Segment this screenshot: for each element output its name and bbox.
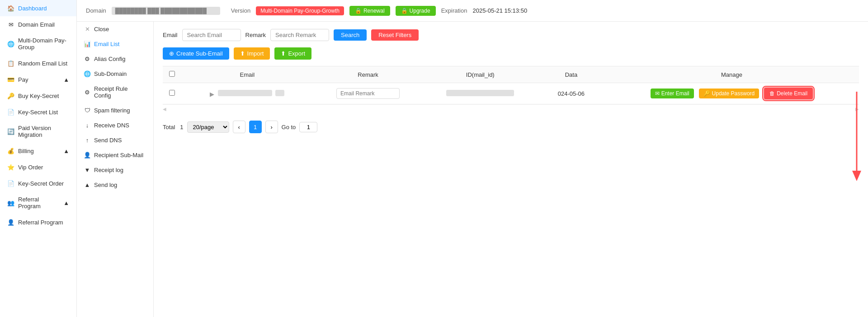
row-data-cell: 024-05-06 <box>538 83 604 104</box>
sidebar-label-billing: Billing <box>18 148 34 154</box>
sidenav-label-spam-filtering: Spam filtering <box>94 107 130 114</box>
create-sub-email-button[interactable]: ⊕ Create Sub-Email <box>163 47 229 60</box>
sidebar-label-vip-order: Vip Order <box>18 164 43 171</box>
expiration-value: 2025-05-21 15:13:50 <box>472 7 527 14</box>
sidebar-item-domain-email[interactable]: ✉ Domain Email <box>0 16 76 33</box>
export-button[interactable]: ⬆ Export <box>274 47 311 60</box>
sidenav-label-close: Close <box>94 26 109 33</box>
upgrade-button[interactable]: 🔒 Upgrade <box>396 6 436 16</box>
sidebar-item-referral-program[interactable]: 👥 Referral Program ▲ <box>0 191 76 214</box>
search-button[interactable]: Search <box>334 29 367 41</box>
sidenav-label-receipt-rule: Receipt Rule Config <box>94 85 146 99</box>
sidebar-label-key-secret-order: Key-Secret Order <box>18 180 64 187</box>
sidenav-receive-dns[interactable]: ↓ Receive DNS <box>77 118 153 133</box>
sidebar-item-random-email[interactable]: 📋 Random Email List <box>0 55 76 71</box>
next-page-button[interactable]: › <box>265 121 278 133</box>
enter-email-button[interactable]: ✉ Enter Email <box>651 89 694 98</box>
sidebar-item-buy-key[interactable]: 🔑 Buy Key-Secret <box>0 88 76 104</box>
delete-email-button[interactable]: 🗑 Delete Email <box>764 88 813 99</box>
sidebar-item-billing[interactable]: 💰 Billing ▲ <box>0 143 76 159</box>
dashboard-icon: 🏠 <box>7 5 14 12</box>
sidenav-label-receipt-log: Receipt log <box>94 167 123 173</box>
page-1-button[interactable]: 1 <box>249 121 262 133</box>
sidebar-label-multi-domain: Multi-Domain Pay-Group <box>18 37 69 51</box>
sidenav-recipient-sub-mail[interactable]: 👤 Recipient Sub-Mail <box>77 148 153 163</box>
sidenav-receipt-rule[interactable]: ⚙ Receipt Rule Config <box>77 81 153 103</box>
sidebar-label-dashboard: Dashboard <box>18 5 47 12</box>
select-all-checkbox[interactable] <box>169 71 175 77</box>
sidenav-close[interactable]: ✕ Close <box>77 22 153 37</box>
chevron-up-icon-referral: ▲ <box>63 200 69 206</box>
sidenav-label-send-dns: Send DNS <box>94 137 122 144</box>
filter-bar: Email Remark Search Reset Filters <box>163 29 859 41</box>
sidenav-alias-config[interactable]: ⚙ Alias Config <box>77 51 153 66</box>
remark-input[interactable] <box>336 88 400 99</box>
sidenav-send-log[interactable]: ▲ Send log <box>77 177 153 192</box>
email-filter-label: Email <box>163 32 178 38</box>
email-search-input[interactable] <box>182 29 241 41</box>
sidebar-label-referral-program-2: Referral Program <box>18 219 63 226</box>
sub-domain-icon: 🌐 <box>84 71 90 77</box>
scroll-right-arrow[interactable]: ▶ <box>855 107 859 112</box>
sidebar-item-multi-domain[interactable]: 🌐 Multi-Domain Pay-Group <box>0 33 76 55</box>
sidebar-label-random-email: Random Email List <box>18 60 67 67</box>
row-checkbox[interactable] <box>169 90 175 96</box>
id-value <box>446 90 514 96</box>
update-password-button[interactable]: 🔑 Update Password <box>699 89 760 98</box>
sidebar-item-vip-order[interactable]: ⭐ Vip Order <box>0 159 76 175</box>
multi-domain-icon: 🌐 <box>7 40 14 47</box>
import-button[interactable]: ⬆ Import <box>234 47 270 60</box>
expiration-label: Expiration <box>441 7 467 14</box>
renewal-label: Renewal <box>363 8 385 14</box>
total-count: 1 <box>180 124 183 131</box>
th-id: ID(mail_id) <box>423 66 538 83</box>
sidebar-item-key-secret-order[interactable]: 📄 Key-Secret Order <box>0 175 76 191</box>
sidenav-label-send-log: Send log <box>94 182 117 188</box>
upgrade-label: Upgrade <box>410 8 430 14</box>
content-wrapper: ✕ Close 📊 Email List ⚙ Alias Config 🌐 Su… <box>77 22 868 317</box>
row-email-cell: ▶ <box>181 83 314 104</box>
email-value <box>218 90 272 96</box>
row-id-cell <box>423 83 538 104</box>
per-page-select[interactable]: 20/page 50/page 100/page <box>187 121 229 133</box>
remark-search-input[interactable] <box>270 29 329 41</box>
sidenav-receipt-log[interactable]: ▼ Receipt log <box>77 163 153 177</box>
svg-marker-1 <box>852 171 861 181</box>
spam-filter-icon: 🛡 <box>84 107 90 114</box>
expand-icon[interactable]: ▶ <box>210 91 214 98</box>
email-extra <box>275 90 284 96</box>
sidenav-sub-domain[interactable]: 🌐 Sub-Domain <box>77 66 153 81</box>
chevron-up-icon-billing: ▲ <box>63 148 69 154</box>
renewal-icon: 🔒 <box>355 8 362 14</box>
key-secret-order-icon: 📄 <box>7 180 14 187</box>
page-content: Email Remark Search Reset Filters ⊕ Crea… <box>154 22 868 317</box>
col-remark: Remark <box>358 71 378 78</box>
sidebar-label-key-secret-list: Key-Secret List <box>18 109 58 116</box>
sidebar-label-buy-key: Buy Key-Secret <box>18 93 59 99</box>
pagination-bar: Total 1 20/page 50/page 100/page ‹ 1 › G… <box>163 121 859 133</box>
sidenav-spam-filtering[interactable]: 🛡 Spam filtering <box>77 103 153 118</box>
remark-filter-label: Remark <box>245 32 266 38</box>
update-label: Update Password <box>712 90 755 97</box>
receipt-log-icon: ▼ <box>84 167 90 173</box>
enter-icon: ✉ <box>655 90 660 97</box>
th-remark: Remark <box>314 66 423 83</box>
sidebar-item-dashboard[interactable]: 🏠 Dashboard <box>0 0 76 16</box>
upgrade-icon: 🔒 <box>401 8 408 14</box>
renewal-button[interactable]: 🔒 Renewal <box>349 6 390 16</box>
scroll-left-arrow[interactable]: ◀ <box>163 107 166 112</box>
col-id: ID(mail_id) <box>466 71 495 78</box>
sidebar-item-paid-migration[interactable]: 🔄 Paid Version Migration <box>0 120 76 143</box>
sidebar-item-pay[interactable]: 💳 Pay ▲ <box>0 71 76 88</box>
table-row: ▶ 024-05-06 <box>163 83 859 104</box>
table-header-row: Email Remark ID(mail_id) Data <box>163 66 859 83</box>
goto-input[interactable] <box>299 122 317 132</box>
sidenav-send-dns[interactable]: ↑ Send DNS <box>77 133 153 148</box>
reset-filters-button[interactable]: Reset Filters <box>371 29 419 41</box>
sidenav-email-list[interactable]: 📊 Email List <box>77 37 153 51</box>
sidenav-label-sub-domain: Sub-Domain <box>94 70 127 77</box>
prev-page-button[interactable]: ‹ <box>233 121 245 133</box>
sidebar-item-key-secret-list[interactable]: 📄 Key-Secret List <box>0 104 76 120</box>
sidebar-item-referral-program-2[interactable]: 👤 Referral Program <box>0 214 76 230</box>
plus-icon: ⊕ <box>169 50 174 57</box>
